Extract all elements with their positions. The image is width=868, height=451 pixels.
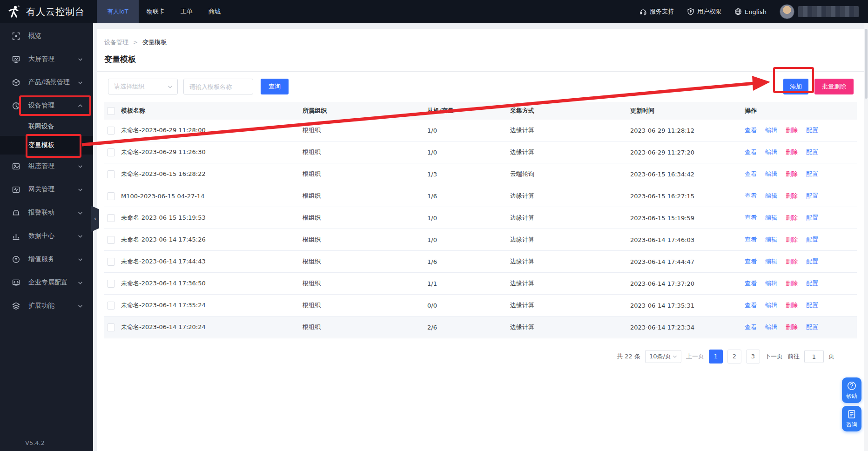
user-avatar[interactable]	[780, 4, 794, 19]
row-checkbox[interactable]	[107, 127, 115, 135]
config-link[interactable]: 配置	[806, 323, 818, 331]
tab-work-order[interactable]: 工单	[173, 0, 201, 23]
table-row: 未命名-2023-06-29 11:28:00 根组织 1/0 边缘计算 202…	[104, 120, 857, 141]
config-link[interactable]: 配置	[806, 148, 818, 156]
tab-usr-iot[interactable]: 有人IoT	[97, 0, 139, 23]
sidebar-item-extensions[interactable]: 扩展功能	[0, 294, 93, 317]
config-link[interactable]: 配置	[806, 301, 818, 310]
next-page-button[interactable]: 下一页	[765, 352, 783, 361]
language-switch-item[interactable]: English	[734, 8, 767, 15]
delete-link[interactable]: 删除	[786, 126, 798, 135]
sidebar-item-overview[interactable]: 概览	[0, 24, 93, 47]
sidebar-item-variable-template[interactable]: 变量模板	[0, 136, 93, 155]
select-all-checkbox[interactable]	[107, 107, 115, 115]
batch-delete-button[interactable]: 批量删除	[814, 79, 854, 94]
view-link[interactable]: 查看	[745, 192, 757, 200]
scrollbar-track[interactable]	[864, 23, 868, 451]
row-checkbox[interactable]	[107, 214, 115, 222]
scrollbar-thumb[interactable]	[865, 29, 868, 99]
edit-link[interactable]: 编辑	[765, 214, 777, 222]
delete-link[interactable]: 删除	[786, 214, 798, 222]
view-link[interactable]: 查看	[745, 257, 757, 266]
edit-link[interactable]: 编辑	[765, 257, 777, 266]
view-link[interactable]: 查看	[745, 214, 757, 222]
view-link[interactable]: 查看	[745, 126, 757, 135]
sidebar-item-product[interactable]: 产品/场景管理	[0, 71, 93, 94]
breadcrumb-parent[interactable]: 设备管理	[104, 38, 128, 47]
delete-link[interactable]: 删除	[786, 257, 798, 266]
tab-iot-card[interactable]: 物联卡	[139, 0, 173, 23]
sidebar-item-alarm[interactable]: 报警联动	[0, 201, 93, 224]
user-permission-item[interactable]: 用户权限	[687, 7, 721, 16]
view-link[interactable]: 查看	[745, 279, 757, 288]
config-link[interactable]: 配置	[806, 257, 818, 266]
service-support-item[interactable]: 服务支持	[639, 7, 674, 16]
row-checkbox[interactable]	[107, 302, 115, 310]
username-redacted[interactable]	[798, 6, 859, 17]
edit-link[interactable]: 编辑	[765, 148, 777, 156]
config-link[interactable]: 配置	[806, 126, 818, 135]
delete-link[interactable]: 删除	[786, 170, 798, 178]
config-link[interactable]: 配置	[806, 170, 818, 178]
sidebar-item-device-mgmt[interactable]: 设备管理	[0, 94, 93, 117]
edit-link[interactable]: 编辑	[765, 323, 777, 331]
delete-link[interactable]: 删除	[786, 279, 798, 288]
edit-link[interactable]: 编辑	[765, 301, 777, 310]
sidebar-item-scada[interactable]: 组态管理	[0, 155, 93, 178]
row-checkbox[interactable]	[107, 192, 115, 200]
row-checkbox[interactable]	[107, 148, 115, 156]
view-link[interactable]: 查看	[745, 170, 757, 178]
config-link[interactable]: 配置	[806, 214, 818, 222]
edit-link[interactable]: 编辑	[765, 192, 777, 200]
page-button-1[interactable]: 1	[709, 350, 723, 363]
edit-link[interactable]: 编辑	[765, 126, 777, 135]
delete-link[interactable]: 删除	[786, 301, 798, 310]
chevron-down-icon	[78, 257, 83, 262]
table-body: 未命名-2023-06-29 11:28:00 根组织 1/0 边缘计算 202…	[104, 120, 857, 338]
edit-link[interactable]: 编辑	[765, 170, 777, 178]
add-button[interactable]: 添加	[783, 79, 808, 94]
page-button-3[interactable]: 3	[746, 350, 760, 363]
cell-collection-method: 边缘计算	[510, 257, 630, 266]
row-checkbox[interactable]	[107, 323, 115, 331]
config-link[interactable]: 配置	[806, 279, 818, 288]
sidebar-item-value-added[interactable]: 增值服务	[0, 248, 93, 271]
sidebar-item-gateway[interactable]: 网关管理	[0, 178, 93, 201]
edit-link[interactable]: 编辑	[765, 279, 777, 288]
sidebar-item-networked-devices[interactable]: 联网设备	[0, 117, 93, 136]
cell-template-name: 未命名-2023-06-15 16:28:22	[121, 170, 303, 178]
page-button-2[interactable]: 2	[727, 350, 741, 363]
sidebar-item-enterprise-config[interactable]: 企业专属配置	[0, 271, 93, 294]
delete-link[interactable]: 删除	[786, 192, 798, 200]
help-button[interactable]: 帮助	[842, 377, 861, 403]
tab-mall[interactable]: 商城	[201, 0, 229, 23]
page-size-select[interactable]: 10条/页	[645, 350, 681, 363]
sidebar-collapse-handle[interactable]: ‹	[91, 206, 99, 232]
search-button[interactable]: 查询	[261, 79, 289, 94]
row-checkbox[interactable]	[107, 236, 115, 244]
consult-button[interactable]: 咨询	[842, 406, 861, 431]
config-link[interactable]: 配置	[806, 236, 818, 244]
table-header: 模板名称 所属组织 从机/变量 采集方式 更新时间 操作	[104, 102, 857, 120]
row-checkbox[interactable]	[107, 258, 115, 266]
delete-link[interactable]: 删除	[786, 323, 798, 331]
prev-page-button[interactable]: 上一页	[686, 352, 704, 361]
view-link[interactable]: 查看	[745, 236, 757, 244]
delete-link[interactable]: 删除	[786, 148, 798, 156]
edit-link[interactable]: 编辑	[765, 236, 777, 244]
view-link[interactable]: 查看	[745, 323, 757, 331]
view-link[interactable]: 查看	[745, 148, 757, 156]
org-select[interactable]: 请选择组织	[108, 79, 178, 94]
sidebar-item-bigscreen[interactable]: 大屏管理	[0, 47, 93, 71]
sidebar-item-data-center[interactable]: 数据中心	[0, 224, 93, 248]
config-link[interactable]: 配置	[806, 192, 818, 200]
row-checkbox[interactable]	[107, 170, 115, 178]
delete-link[interactable]: 删除	[786, 236, 798, 244]
cell-update-time: 2023-06-14 17:44:47	[630, 258, 745, 265]
cell-template-name: 未命名-2023-06-14 17:35:24	[121, 301, 303, 310]
template-name-input[interactable]	[183, 79, 253, 94]
view-link[interactable]: 查看	[745, 301, 757, 310]
goto-page-input[interactable]	[804, 350, 824, 363]
cell-template-name: 未命名-2023-06-14 17:20:24	[121, 323, 303, 331]
row-checkbox[interactable]	[107, 280, 115, 288]
